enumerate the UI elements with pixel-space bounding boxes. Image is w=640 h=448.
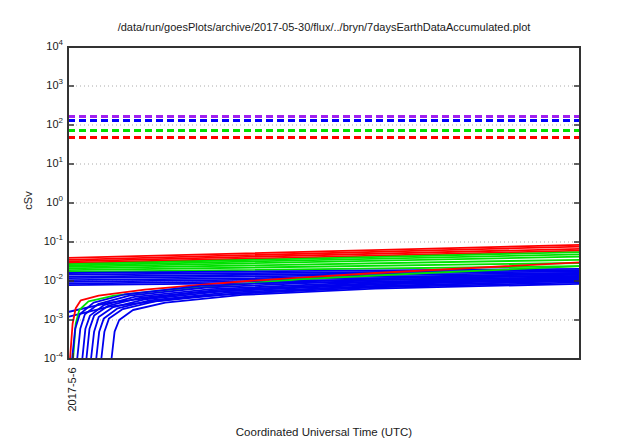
y-tick-label: 101	[18, 157, 63, 171]
y-tick-label: 104	[18, 40, 63, 54]
y-tick-label: 103	[18, 79, 63, 93]
x-tick-label-date: 2017-5-6	[66, 365, 79, 415]
plot-svg	[0, 0, 640, 448]
y-tick-label: 10-1	[18, 235, 63, 249]
y-tick-label: 10-3	[18, 313, 63, 327]
y-tick-label: 10-2	[18, 274, 63, 288]
y-tick-label: 102	[18, 118, 63, 132]
screenshot-root: /data/run/goesPlots/archive/2017-05-30/f…	[0, 0, 640, 448]
y-tick-label: 100	[18, 196, 63, 210]
plot-title: /data/run/goesPlots/archive/2017-05-30/f…	[68, 21, 580, 33]
y-tick-label: 10-4	[18, 352, 63, 366]
x-axis-label: Coordinated Universal Time (UTC)	[68, 426, 580, 438]
